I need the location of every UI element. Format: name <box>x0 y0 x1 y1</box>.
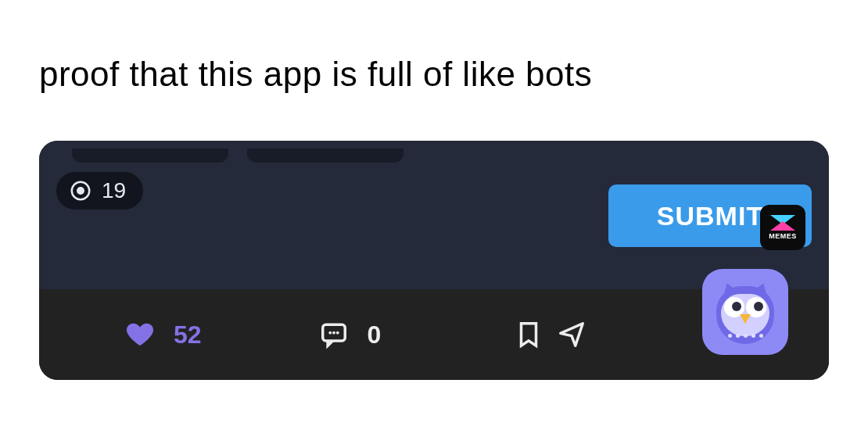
comment-icon <box>319 320 349 349</box>
comment-count: 0 <box>368 321 382 349</box>
share-icon <box>557 320 586 349</box>
views-pill: 19 <box>56 172 143 210</box>
post-caption: proof that this app is full of like bots <box>0 0 868 125</box>
cropped-pill <box>72 149 228 163</box>
bookmark-button[interactable] <box>514 320 543 349</box>
submit-label: SUBMIT <box>657 201 763 231</box>
svg-point-4 <box>332 331 335 335</box>
eye-icon <box>69 179 92 202</box>
views-count: 19 <box>102 178 126 203</box>
bookmark-icon <box>514 320 543 349</box>
memes-badge-label: MEMES <box>769 232 797 240</box>
heart-icon <box>125 320 155 349</box>
embedded-top-area: 19 SUBMIT MEMES <box>39 141 829 289</box>
like-count: 52 <box>174 321 202 349</box>
owl-icon <box>710 277 780 347</box>
svg-point-5 <box>335 331 339 335</box>
embedded-screenshot: 19 SUBMIT MEMES 52 <box>39 141 829 380</box>
owl-sticker-badge[interactable] <box>702 269 788 355</box>
comment-button[interactable]: 0 <box>319 320 382 349</box>
svg-point-3 <box>328 331 332 335</box>
badge-triangle-bottom <box>770 221 795 231</box>
memes-app-badge[interactable]: MEMES <box>760 205 805 250</box>
like-button[interactable]: 52 <box>125 320 202 349</box>
share-button[interactable] <box>557 320 586 349</box>
svg-point-1 <box>77 188 84 194</box>
cropped-pill <box>247 149 404 163</box>
cropped-pills <box>53 149 815 163</box>
